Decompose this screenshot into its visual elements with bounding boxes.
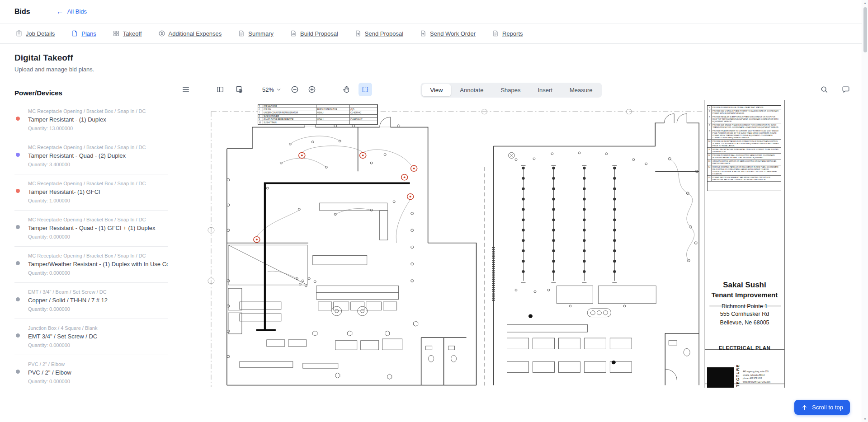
item-category: MC Receptacle Opening / Bracket Box / Sn… <box>28 253 168 258</box>
floor-pedestal-dots <box>528 314 616 364</box>
item-name: Tamper Resistant - Quad - (2) Duplex <box>28 152 168 159</box>
takeoff-icon <box>113 30 120 37</box>
item-category: MC Receptacle Opening / Bracket Box / Sn… <box>28 145 168 150</box>
search-button[interactable] <box>817 83 831 96</box>
tab-job-details[interactable]: Job Details <box>15 30 55 37</box>
zoom-out-button[interactable] <box>288 83 302 96</box>
marquee-select-icon <box>361 85 369 94</box>
mode-insert[interactable]: Insert <box>529 84 561 96</box>
item-category: MC Receptacle Opening / Bracket Box / Sn… <box>28 108 168 114</box>
page-header: Digital Takeoff Upload and manage bid pl… <box>0 44 862 79</box>
comments-button[interactable] <box>839 83 853 96</box>
window-scrollbar[interactable]: ▲ ▼ <box>862 0 868 422</box>
page-subtitle: Upload and manage bid plans. <box>14 66 847 73</box>
zoom-in-button[interactable] <box>305 83 319 96</box>
tab-additional-expenses[interactable]: Additional Expenses <box>158 30 222 37</box>
tab-label: Reports <box>502 30 523 37</box>
takeoff-markers[interactable] <box>254 152 417 242</box>
takeoff-item[interactable]: MC Receptacle Opening / Bracket Box / Sn… <box>14 138 168 174</box>
page-sync-button[interactable] <box>232 83 246 96</box>
bid-nav-tabs: Job Details Plans Takeoff Additional Exp… <box>0 23 862 44</box>
hand-pan-icon <box>342 85 350 94</box>
architecture-vertical-label: ARCHITECTURE <box>736 367 740 388</box>
right-plan-walls <box>494 123 699 385</box>
tab-label: Takeoff <box>123 30 142 37</box>
scrollbar-up-arrow[interactable]: ▲ <box>862 1 868 5</box>
project-address-2: 555 Cornhusker Rd <box>706 311 783 317</box>
split-view-button[interactable] <box>213 83 227 96</box>
tab-send-proposal[interactable]: Send Proposal <box>354 30 403 37</box>
app-window: Bids ← All Bids Job Details Plans Takeof… <box>0 0 862 422</box>
note-row: 5 PROVIDE POWER MODULE ON WALL NEAR WAIT… <box>708 106 781 109</box>
sidebar-title: Power/Devices <box>14 89 168 97</box>
takeoff-items-list: MC Receptacle Opening / Bracket Box / Sn… <box>14 102 168 391</box>
job-details-icon <box>15 30 23 37</box>
item-color-dot <box>16 297 20 301</box>
plan-canvas[interactable]: 5ICE MACHINE 6ICE BINPEPSI DISTRIBUTOR(1… <box>168 100 862 388</box>
tab-label: Build Proposal <box>300 30 338 37</box>
tab-plans[interactable]: Plans <box>71 30 96 37</box>
back-link-label: All Bids <box>67 8 87 15</box>
circuit-curves <box>257 136 411 279</box>
item-color-dot <box>16 370 20 374</box>
scrollbar-thumb[interactable] <box>863 7 867 52</box>
tab-send-work-order[interactable]: Send Work Order <box>420 30 476 37</box>
item-color-dot <box>16 189 20 193</box>
all-bids-back-link[interactable]: ← All Bids <box>57 8 87 15</box>
scrollbar-down-arrow[interactable]: ▼ <box>862 417 868 421</box>
takeoff-sidebar: Power/Devices MC Receptacle Opening / Br… <box>0 79 168 388</box>
zoom-level-dropdown[interactable]: 52% <box>262 86 282 93</box>
project-address-1: Richmont Pointe 1 <box>706 303 783 309</box>
item-quantity: Quantity: 0.000000 <box>28 379 168 384</box>
item-color-dot <box>16 117 20 121</box>
pan-tool-button[interactable] <box>340 83 353 96</box>
split-view-icon <box>216 85 224 94</box>
zoom-in-icon <box>308 85 316 94</box>
title-block: Sakai Sushi Tenant Improvement Richmont … <box>706 281 783 326</box>
plan-viewer: 52% View Annotate Shapes Insert Measure <box>168 79 862 388</box>
mode-annotate[interactable]: Annotate <box>452 84 491 96</box>
item-category: MC Receptacle Opening / Bracket Box / Sn… <box>28 181 168 186</box>
item-color-dot <box>16 225 20 229</box>
mode-view[interactable]: View <box>422 84 451 96</box>
note-row: 7 PROVIDE NEMA 3R 30 AMP SINGLE PHASE DI… <box>708 115 781 123</box>
item-quantity: Quantity: 3.400000 <box>28 162 168 167</box>
tab-label: Plans <box>81 30 96 37</box>
tab-takeoff[interactable]: Takeoff <box>113 30 142 37</box>
chat-icon <box>842 85 850 94</box>
item-quantity: Quantity: 0.000000 <box>28 234 168 239</box>
architect-logo-block: trb ARCHITECTURE 440 regency pkwy, suite… <box>707 367 783 388</box>
note-row: 6 PROVIDE 120 V SINGLE PHASE POWER TO 60… <box>708 109 781 115</box>
mode-measure[interactable]: Measure <box>561 84 601 96</box>
item-name: Tamper/Weather Resistant - (1) Duplex wi… <box>28 261 168 267</box>
takeoff-item[interactable]: MC Receptacle Opening / Bracket Box / Sn… <box>14 247 168 283</box>
viewer-toolbar: 52% View Annotate Shapes Insert Measure <box>168 79 862 100</box>
page-title: Digital Takeoff <box>14 53 847 63</box>
mode-shapes[interactable]: Shapes <box>492 84 528 96</box>
item-name: Tamper Resistant- (1) GFCI <box>28 188 168 195</box>
project-name: Sakai Sushi <box>706 281 783 290</box>
item-quantity: Quantity: 0.000000 <box>28 342 168 348</box>
tab-build-proposal[interactable]: Build Proposal <box>290 30 338 37</box>
takeoff-item[interactable]: MC Receptacle Opening / Bracket Box / Sn… <box>14 174 168 211</box>
item-quantity: Quantity: 1.000000 <box>28 198 168 203</box>
item-color-dot <box>16 153 20 157</box>
takeoff-item[interactable]: MC Receptacle Opening / Bracket Box / Sn… <box>14 102 168 138</box>
build-proposal-icon <box>290 30 297 37</box>
tab-summary[interactable]: Summary <box>238 30 274 37</box>
send-proposal-icon <box>354 30 362 37</box>
right-plan <box>494 114 699 385</box>
tab-reports[interactable]: Reports <box>492 30 523 37</box>
item-category: MC Receptacle Opening / Bracket Box / Sn… <box>28 217 168 222</box>
note-row: 12 PROVIDE POWER IN WALL FOR ELECTRIC HA… <box>708 154 781 159</box>
takeoff-item[interactable]: Junction Box / 4 Square / Blank EMT 3/4"… <box>14 319 168 355</box>
scroll-to-top-button[interactable]: Scroll to top <box>794 400 850 415</box>
note-row: 9 PROVIDE TRANSFORMER TO CONVERT 120 V P… <box>708 129 781 140</box>
takeoff-item[interactable]: EMT / 3/4" / Beam / Set Screw / DC Coppe… <box>14 283 168 319</box>
item-name: Copper / Solid / THHN / 7 # 12 <box>28 297 168 304</box>
takeoff-item[interactable]: MC Receptacle Opening / Bracket Box / Sn… <box>14 211 168 247</box>
takeoff-item[interactable]: PVC / 2" / Elbow PVC / 2" / Elbow Quanti… <box>14 355 168 391</box>
schedule-row: 10SUSHI TRAIN <box>258 121 377 124</box>
marquee-select-button[interactable] <box>359 83 372 96</box>
thumbnails-menu-button[interactable] <box>179 83 193 96</box>
